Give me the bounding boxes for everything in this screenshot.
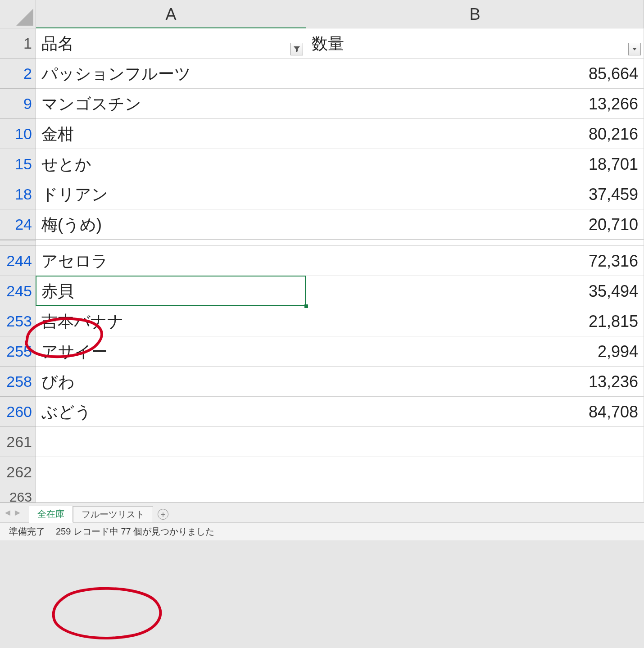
cell-A18[interactable]: ドリアン [36, 179, 306, 209]
cell-B260[interactable]: 84,708 [306, 397, 644, 427]
cell-A245[interactable]: 赤貝 [36, 276, 306, 306]
column-header-A[interactable]: A [36, 0, 306, 28]
filter-button-B[interactable] [628, 43, 641, 55]
chevron-down-icon [631, 45, 638, 53]
cell-A9[interactable]: マンゴスチン [36, 89, 306, 119]
cell-A-partial[interactable] [36, 487, 306, 503]
row-header-24[interactable]: 24 [0, 209, 36, 240]
row-header-260[interactable]: 260 [0, 397, 36, 427]
cell-B10[interactable]: 80,216 [306, 119, 644, 149]
tab-nav-next[interactable]: ► [13, 506, 23, 520]
row-header-15[interactable]: 15 [0, 149, 36, 179]
column-header-B[interactable]: B [306, 0, 644, 28]
fill-handle[interactable] [304, 304, 308, 308]
annotation-circle-tab [54, 589, 161, 638]
cell-B18[interactable]: 37,459 [306, 179, 644, 209]
filter-button-A[interactable] [290, 43, 303, 55]
add-sheet-button[interactable]: ＋ [153, 507, 173, 521]
cell-B255[interactable]: 2,994 [306, 336, 644, 367]
cell-A255[interactable]: アサイー [36, 336, 306, 367]
row-header-18[interactable]: 18 [0, 179, 36, 209]
row-header-245[interactable]: 245 [0, 276, 36, 306]
tab-nav-prev[interactable]: ◄ [3, 506, 13, 520]
cell-B9[interactable]: 13,266 [306, 89, 644, 119]
row-header-258[interactable]: 258 [0, 367, 36, 397]
row-header-244[interactable]: 244 [0, 246, 36, 276]
plus-icon: ＋ [158, 509, 168, 520]
cell-A244[interactable]: アセロラ [36, 246, 306, 276]
status-filter-count: 259 レコード中 77 個が見つかりました [56, 526, 214, 538]
cell-B1[interactable]: 数量 [306, 28, 644, 59]
row-header-partial[interactable]: 263 [0, 487, 36, 503]
cell-B245[interactable]: 35,494 [306, 276, 644, 306]
cell-A15[interactable]: せとか [36, 149, 306, 179]
cell-B24[interactable]: 20,710 [306, 209, 644, 240]
cell-A1-text: 品名 [41, 34, 74, 53]
hidden-rows-gap [0, 240, 644, 246]
status-ready: 準備完了 [9, 526, 45, 538]
cell-B253[interactable]: 21,815 [306, 306, 644, 336]
cell-B-partial[interactable] [306, 487, 644, 503]
cell-A261[interactable] [36, 427, 306, 457]
cell-B262[interactable] [306, 457, 644, 487]
cell-B2[interactable]: 85,664 [306, 59, 644, 89]
sheet-tab-active[interactable]: 全在庫 [29, 506, 73, 523]
cell-A24[interactable]: 梅(うめ) [36, 209, 306, 240]
cell-B258[interactable]: 13,236 [306, 367, 644, 397]
sheet-tab-second[interactable]: フルーツリスト [73, 506, 153, 522]
cell-B1-text: 数量 [312, 34, 344, 53]
cell-A10[interactable]: 金柑 [36, 119, 306, 149]
filter-active-icon [293, 45, 300, 53]
row-header-2[interactable]: 2 [0, 59, 36, 89]
spreadsheet-grid[interactable]: A B 1 品名 数量 2パッションフルーツ85,6649マンゴスチン13,26… [0, 0, 644, 503]
row-header-1[interactable]: 1 [0, 28, 36, 59]
cell-B261[interactable] [306, 427, 644, 457]
row-header-255[interactable]: 255 [0, 336, 36, 367]
cell-B244[interactable]: 72,316 [306, 246, 644, 276]
cell-A262[interactable] [36, 457, 306, 487]
cell-B15[interactable]: 18,701 [306, 149, 644, 179]
cell-A1[interactable]: 品名 [36, 28, 306, 59]
cell-A2[interactable]: パッションフルーツ [36, 59, 306, 89]
row-header-10[interactable]: 10 [0, 119, 36, 149]
cell-A260[interactable]: ぶどう [36, 397, 306, 427]
row-header-9[interactable]: 9 [0, 89, 36, 119]
select-all-corner[interactable] [0, 0, 36, 28]
status-bar: 準備完了 259 レコード中 77 個が見つかりました [0, 522, 644, 540]
row-header-262[interactable]: 262 [0, 457, 36, 487]
sheet-tab-strip: ◄ ► 全在庫 フルーツリスト ＋ [0, 503, 644, 522]
row-header-261[interactable]: 261 [0, 427, 36, 457]
cell-A258[interactable]: びわ [36, 367, 306, 397]
cell-A253[interactable]: 吉本バナナ [36, 306, 306, 336]
row-header-253[interactable]: 253 [0, 306, 36, 336]
